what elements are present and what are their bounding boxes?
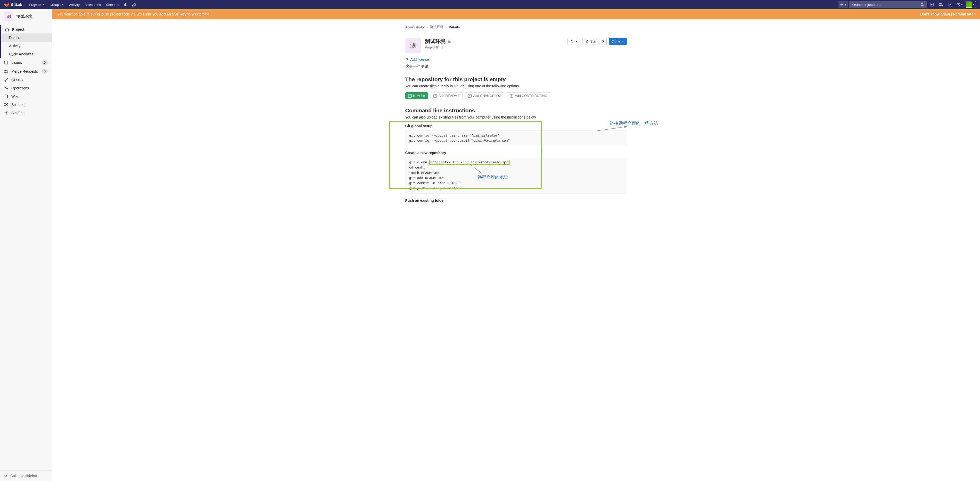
star-icon xyxy=(585,40,589,43)
project-header: 测 测试环境 Project ID: 1 xyxy=(405,38,627,53)
merge-icon xyxy=(4,69,8,73)
bell-icon xyxy=(570,40,574,43)
nav-milestones[interactable]: Milestones xyxy=(82,0,103,9)
svg-point-14 xyxy=(5,103,6,104)
svg-point-4 xyxy=(931,4,932,5)
sidebar-item-issues[interactable]: Issues0 xyxy=(0,58,52,67)
gitlab-logo-icon xyxy=(4,2,9,7)
add-contributing-button[interactable]: Add CONTRIBUTING xyxy=(507,92,550,99)
empty-repo-sub: You can create files directly in GitLab … xyxy=(405,84,627,88)
plus-square-icon xyxy=(510,94,513,98)
sidebar-item-cicd[interactable]: CI / CD xyxy=(0,76,52,84)
sidebar-sub-details[interactable]: Details xyxy=(1,33,52,42)
nav-todos-icon[interactable] xyxy=(946,0,955,9)
plus-square-icon xyxy=(468,94,472,98)
user-menu[interactable]: ▼ xyxy=(965,1,976,8)
sidebar-sub-cycle[interactable]: Cycle Analytics xyxy=(1,50,52,58)
lock-icon xyxy=(448,40,451,43)
nav-activity[interactable]: Activity xyxy=(67,0,82,9)
svg-rect-1 xyxy=(840,5,843,5)
ssh-alert: You won't be able to pull or push projec… xyxy=(52,9,980,19)
nav-help-icon[interactable]: ▼ xyxy=(956,0,964,9)
nav-mr-icon[interactable] xyxy=(937,0,945,9)
clone-button[interactable]: Clone ▼ xyxy=(609,38,627,45)
plus-square-icon xyxy=(433,94,437,98)
nav-analytics-icon[interactable] xyxy=(122,0,130,9)
crumb-admin[interactable]: Administrator xyxy=(405,25,425,29)
notification-button[interactable]: ▼ xyxy=(568,38,581,45)
svg-point-7 xyxy=(942,5,943,6)
top-navbar: GitLab Projects ▼ Groups ▼ Activity Mile… xyxy=(0,0,980,9)
git-setup-title: Git global setup xyxy=(405,124,627,128)
star-count[interactable]: 0 xyxy=(599,38,606,45)
nav-issues-icon[interactable] xyxy=(928,0,936,9)
svg-point-13 xyxy=(7,72,8,73)
brand-label: GitLab xyxy=(11,3,22,7)
svg-point-11 xyxy=(5,70,6,71)
issues-icon xyxy=(4,60,8,65)
plus-square-icon xyxy=(408,94,412,98)
project-avatar-large: 测 xyxy=(405,38,421,53)
crumb-project[interactable]: 测试环境 xyxy=(430,25,444,29)
project-description: 这是一个测试 xyxy=(405,64,627,69)
book-icon xyxy=(4,94,8,98)
license-icon xyxy=(405,58,409,61)
alert-dismiss[interactable]: Don't show again xyxy=(920,12,950,16)
nav-plus-icon[interactable]: ▼ xyxy=(838,1,848,8)
search-input[interactable] xyxy=(852,3,920,7)
sidebar: 测 测试环境 Project Details Activity Cycle An… xyxy=(0,9,52,481)
svg-point-16 xyxy=(6,112,7,113)
new-file-button[interactable]: New file xyxy=(405,92,428,99)
home-icon xyxy=(5,27,9,32)
sidebar-item-mr[interactable]: Merge Requests0 xyxy=(0,67,52,76)
new-repo-title: Create a new repository xyxy=(405,151,627,155)
svg-point-15 xyxy=(5,105,6,106)
star-button[interactable]: Star xyxy=(582,38,599,45)
page-title: 测试环境 xyxy=(425,38,445,45)
collapse-icon xyxy=(4,474,8,478)
git-setup-code[interactable]: git config --global user.name "Administr… xyxy=(405,130,627,146)
annotation-address: 远程仓库的地址 xyxy=(477,174,508,180)
nav-admin-icon[interactable] xyxy=(130,0,138,9)
svg-point-6 xyxy=(940,5,940,6)
ssh-alert-link[interactable]: add an SSH key xyxy=(159,12,186,16)
nav-groups[interactable]: Groups ▼ xyxy=(47,0,67,9)
brand[interactable]: GitLab xyxy=(4,2,22,7)
empty-repo-heading: The repository for this project is empty xyxy=(405,76,627,83)
nav-projects[interactable]: Projects ▼ xyxy=(26,0,47,9)
collapse-sidebar[interactable]: Collapse sidebar xyxy=(0,470,52,481)
add-license-link[interactable]: Add license xyxy=(405,57,429,62)
add-readme-button[interactable]: Add README xyxy=(431,92,463,99)
operations-icon xyxy=(4,86,8,90)
nav-snippets[interactable]: Snippets xyxy=(103,0,122,9)
annotation-methods: 链接远程仓库的一些方法 xyxy=(610,120,658,126)
push-folder-title: Push an existing folder xyxy=(405,198,627,203)
chevron-down-icon: ▼ xyxy=(845,3,847,6)
clone-url-highlight: http://192.168.200.31:88/root/ceshi.git xyxy=(429,160,510,165)
alert-remind[interactable]: Remind later xyxy=(953,12,975,16)
svg-rect-10 xyxy=(5,61,8,64)
svg-point-2 xyxy=(921,3,923,6)
sidebar-item-project[interactable]: Project xyxy=(1,25,52,33)
gear-icon xyxy=(4,111,8,115)
sidebar-sub-activity[interactable]: Activity xyxy=(1,42,52,50)
breadcrumb: Administrator › 测试环境 › Details xyxy=(405,23,627,33)
search-icon xyxy=(920,3,924,6)
sidebar-item-snippets[interactable]: Snippets xyxy=(0,100,52,109)
add-changelog-button[interactable]: Add CHANGELOG xyxy=(465,92,504,99)
svg-point-5 xyxy=(940,3,940,4)
sidebar-item-wiki[interactable]: Wiki xyxy=(0,92,52,100)
sidebar-item-operations[interactable]: Operations xyxy=(0,84,52,92)
rocket-icon xyxy=(4,78,8,82)
user-avatar xyxy=(966,2,972,8)
sidebar-project-header[interactable]: 测 测试环境 xyxy=(0,9,52,24)
project-avatar: 测 xyxy=(4,12,13,21)
chevron-down-icon: ▼ xyxy=(972,3,975,6)
new-repo-code[interactable]: git clone http://192.168.200.31:88/root/… xyxy=(405,157,627,194)
project-name: 测试环境 xyxy=(16,14,32,19)
cli-sub: You can also upload existing files from … xyxy=(405,115,627,119)
search-box[interactable] xyxy=(849,1,927,8)
svg-point-12 xyxy=(5,72,6,73)
sidebar-item-settings[interactable]: Settings xyxy=(0,109,52,117)
crumb-current: Details xyxy=(449,25,460,29)
